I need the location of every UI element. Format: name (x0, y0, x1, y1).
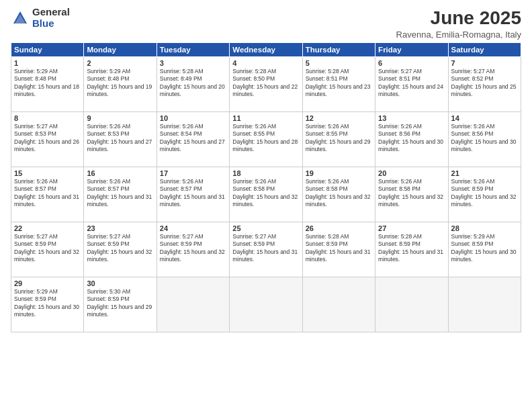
calendar-week-row: 29Sunrise: 5:29 AMSunset: 8:59 PMDayligh… (11, 277, 521, 332)
calendar-header-cell: Wednesday (230, 42, 302, 56)
calendar-header-cell: Monday (84, 42, 157, 56)
day-info: Sunrise: 5:27 AMSunset: 8:59 PMDaylight:… (232, 233, 299, 264)
day-info: Sunrise: 5:29 AMSunset: 8:59 PMDaylight:… (451, 233, 518, 264)
day-number: 3 (160, 59, 226, 67)
calendar-day-cell: 16Sunrise: 5:26 AMSunset: 8:57 PMDayligh… (84, 167, 157, 222)
calendar-week-row: 8Sunrise: 5:27 AMSunset: 8:53 PMDaylight… (11, 111, 521, 167)
calendar-week-row: 22Sunrise: 5:27 AMSunset: 8:59 PMDayligh… (11, 222, 521, 277)
calendar-day-cell: 18Sunrise: 5:26 AMSunset: 8:58 PMDayligh… (230, 167, 302, 222)
calendar-body: 1Sunrise: 5:29 AMSunset: 8:48 PMDaylight… (11, 56, 521, 332)
day-number: 25 (232, 224, 299, 232)
calendar-day-cell: 21Sunrise: 5:26 AMSunset: 8:59 PMDayligh… (448, 167, 521, 222)
day-number: 5 (306, 59, 372, 67)
day-info: Sunrise: 5:26 AMSunset: 8:53 PMDaylight:… (87, 123, 153, 154)
day-number: 8 (14, 114, 81, 122)
day-info: Sunrise: 5:29 AMSunset: 8:48 PMDaylight:… (14, 68, 81, 99)
day-info: Sunrise: 5:26 AMSunset: 8:57 PMDaylight:… (87, 178, 153, 209)
day-info: Sunrise: 5:28 AMSunset: 8:59 PMDaylight:… (378, 233, 445, 264)
day-info: Sunrise: 5:26 AMSunset: 8:54 PMDaylight:… (160, 123, 226, 154)
calendar-day-cell: 20Sunrise: 5:26 AMSunset: 8:58 PMDayligh… (375, 167, 448, 222)
day-number: 30 (87, 279, 153, 287)
calendar-day-cell: 7Sunrise: 5:27 AMSunset: 8:52 PMDaylight… (448, 56, 521, 111)
day-number: 19 (306, 169, 372, 177)
day-info: Sunrise: 5:26 AMSunset: 8:57 PMDaylight:… (160, 178, 226, 209)
calendar-page: General Blue June 2025 Ravenna, Emilia-R… (0, 0, 532, 411)
calendar-day-cell: 8Sunrise: 5:27 AMSunset: 8:53 PMDaylight… (11, 111, 84, 167)
day-number: 13 (378, 114, 445, 122)
title-month: June 2025 (396, 7, 521, 30)
day-info: Sunrise: 5:26 AMSunset: 8:55 PMDaylight:… (232, 123, 299, 154)
day-info: Sunrise: 5:27 AMSunset: 8:53 PMDaylight:… (14, 123, 81, 154)
calendar-day-cell: 1Sunrise: 5:29 AMSunset: 8:48 PMDaylight… (11, 56, 84, 111)
calendar-day-cell (448, 277, 521, 332)
day-number: 22 (14, 224, 81, 232)
day-number: 11 (232, 114, 299, 122)
day-info: Sunrise: 5:27 AMSunset: 8:59 PMDaylight:… (14, 233, 81, 264)
calendar-day-cell: 4Sunrise: 5:28 AMSunset: 8:50 PMDaylight… (230, 56, 302, 111)
calendar-header-row: SundayMondayTuesdayWednesdayThursdayFrid… (11, 42, 521, 56)
calendar-day-cell: 2Sunrise: 5:29 AMSunset: 8:48 PMDaylight… (84, 56, 157, 111)
day-number: 14 (451, 114, 518, 122)
calendar-week-row: 1Sunrise: 5:29 AMSunset: 8:48 PMDaylight… (11, 56, 521, 111)
day-number: 15 (14, 169, 81, 177)
logo: General Blue (11, 7, 70, 29)
logo-general: General (32, 7, 70, 18)
day-info: Sunrise: 5:28 AMSunset: 8:59 PMDaylight:… (306, 233, 372, 264)
day-info: Sunrise: 5:27 AMSunset: 8:59 PMDaylight:… (87, 233, 153, 264)
day-info: Sunrise: 5:26 AMSunset: 8:59 PMDaylight:… (451, 178, 518, 209)
calendar-day-cell (302, 277, 375, 332)
day-info: Sunrise: 5:27 AMSunset: 8:51 PMDaylight:… (378, 68, 445, 99)
calendar-day-cell: 5Sunrise: 5:28 AMSunset: 8:51 PMDaylight… (302, 56, 375, 111)
calendar-day-cell: 12Sunrise: 5:26 AMSunset: 8:55 PMDayligh… (302, 111, 375, 167)
day-number: 21 (451, 169, 518, 177)
calendar-day-cell: 3Sunrise: 5:28 AMSunset: 8:49 PMDaylight… (157, 56, 229, 111)
calendar-header-cell: Sunday (11, 42, 84, 56)
calendar-day-cell: 22Sunrise: 5:27 AMSunset: 8:59 PMDayligh… (11, 222, 84, 277)
calendar-day-cell: 13Sunrise: 5:26 AMSunset: 8:56 PMDayligh… (375, 111, 448, 167)
day-info: Sunrise: 5:26 AMSunset: 8:56 PMDaylight:… (451, 123, 518, 154)
header: General Blue June 2025 Ravenna, Emilia-R… (11, 7, 521, 40)
day-number: 7 (451, 59, 518, 67)
day-info: Sunrise: 5:30 AMSunset: 8:59 PMDaylight:… (87, 288, 153, 319)
day-number: 17 (160, 169, 226, 177)
calendar-day-cell: 27Sunrise: 5:28 AMSunset: 8:59 PMDayligh… (375, 222, 448, 277)
calendar-day-cell: 6Sunrise: 5:27 AMSunset: 8:51 PMDaylight… (375, 56, 448, 111)
calendar-day-cell (157, 277, 229, 332)
day-info: Sunrise: 5:28 AMSunset: 8:50 PMDaylight:… (232, 68, 299, 99)
day-number: 29 (14, 279, 81, 287)
day-info: Sunrise: 5:26 AMSunset: 8:58 PMDaylight:… (232, 178, 299, 209)
day-info: Sunrise: 5:29 AMSunset: 8:48 PMDaylight:… (87, 68, 153, 99)
calendar-day-cell: 30Sunrise: 5:30 AMSunset: 8:59 PMDayligh… (84, 277, 157, 332)
calendar-day-cell (375, 277, 448, 332)
calendar-day-cell: 29Sunrise: 5:29 AMSunset: 8:59 PMDayligh… (11, 277, 84, 332)
title-location: Ravenna, Emilia-Romagna, Italy (396, 30, 521, 40)
logo-icon (11, 9, 30, 28)
day-number: 28 (451, 224, 518, 232)
day-info: Sunrise: 5:28 AMSunset: 8:51 PMDaylight:… (306, 68, 372, 99)
calendar-day-cell: 28Sunrise: 5:29 AMSunset: 8:59 PMDayligh… (448, 222, 521, 277)
day-info: Sunrise: 5:26 AMSunset: 8:58 PMDaylight:… (306, 178, 372, 209)
day-info: Sunrise: 5:26 AMSunset: 8:56 PMDaylight:… (378, 123, 445, 154)
calendar-day-cell (230, 277, 302, 332)
logo-text: General Blue (32, 7, 70, 29)
calendar-header-cell: Thursday (302, 42, 375, 56)
calendar-day-cell: 23Sunrise: 5:27 AMSunset: 8:59 PMDayligh… (84, 222, 157, 277)
day-number: 1 (14, 59, 81, 67)
calendar-week-row: 15Sunrise: 5:26 AMSunset: 8:57 PMDayligh… (11, 167, 521, 222)
day-number: 6 (378, 59, 445, 67)
day-number: 20 (378, 169, 445, 177)
day-number: 2 (87, 59, 153, 67)
logo-blue: Blue (32, 18, 70, 30)
day-number: 10 (160, 114, 226, 122)
calendar-day-cell: 15Sunrise: 5:26 AMSunset: 8:57 PMDayligh… (11, 167, 84, 222)
calendar-header-cell: Friday (375, 42, 448, 56)
day-number: 4 (232, 59, 299, 67)
calendar-day-cell: 9Sunrise: 5:26 AMSunset: 8:53 PMDaylight… (84, 111, 157, 167)
calendar-header-cell: Tuesday (157, 42, 229, 56)
calendar-header-cell: Saturday (448, 42, 521, 56)
calendar-day-cell: 19Sunrise: 5:26 AMSunset: 8:58 PMDayligh… (302, 167, 375, 222)
day-number: 9 (87, 114, 153, 122)
day-number: 16 (87, 169, 153, 177)
day-info: Sunrise: 5:26 AMSunset: 8:55 PMDaylight:… (306, 123, 372, 154)
day-info: Sunrise: 5:29 AMSunset: 8:59 PMDaylight:… (14, 288, 81, 319)
